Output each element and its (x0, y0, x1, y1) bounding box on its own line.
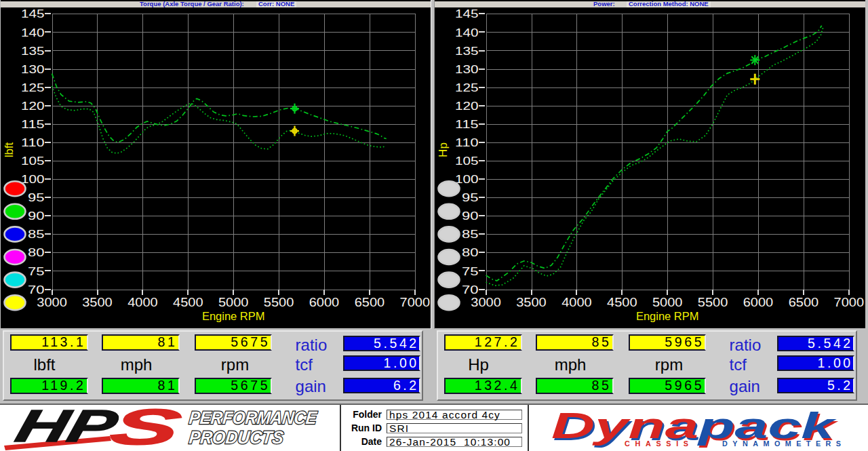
svg-text:7000: 7000 (400, 295, 431, 309)
svg-text:90: 90 (28, 210, 45, 222)
svg-text:5500: 5500 (264, 295, 294, 309)
svg-text:125: 125 (21, 81, 45, 94)
svg-text:6500: 6500 (355, 295, 385, 309)
svg-text:95: 95 (462, 191, 479, 203)
svg-text:70: 70 (28, 283, 45, 296)
svg-text:145: 145 (455, 7, 479, 20)
svg-text:3000: 3000 (471, 295, 501, 309)
svg-text:5000: 5000 (652, 295, 683, 309)
svg-text:6000: 6000 (743, 295, 774, 309)
svg-text:Engine RPM: Engine RPM (202, 310, 265, 322)
svg-text:130: 130 (455, 63, 479, 75)
svg-text:85: 85 (28, 228, 45, 240)
svg-text:4500: 4500 (173, 295, 203, 309)
svg-text:5500: 5500 (698, 295, 728, 309)
svg-text:100: 100 (21, 173, 45, 185)
svg-text:Hp: Hp (437, 142, 450, 157)
svg-text:Engine RPM: Engine RPM (636, 310, 699, 322)
svg-text:4000: 4000 (561, 295, 592, 309)
svg-text:3500: 3500 (516, 295, 547, 309)
svg-text:110: 110 (455, 136, 479, 149)
svg-text:HP: HP (11, 405, 123, 451)
svg-text:80: 80 (28, 246, 45, 258)
svg-text:135: 135 (455, 45, 479, 57)
svg-text:115: 115 (21, 118, 45, 130)
svg-text:135: 135 (21, 45, 45, 57)
svg-text:85: 85 (462, 228, 479, 240)
svg-text:125: 125 (455, 81, 479, 94)
svg-text:120: 120 (21, 100, 45, 112)
svg-text:3000: 3000 (37, 295, 67, 309)
svg-text:PRODUCTS: PRODUCTS (188, 428, 284, 448)
svg-text:105: 105 (455, 155, 479, 167)
svg-text:75: 75 (462, 265, 479, 277)
svg-text:90: 90 (462, 210, 479, 222)
svg-text:115: 115 (455, 118, 479, 130)
svg-text:7000: 7000 (834, 295, 865, 309)
svg-text:4000: 4000 (127, 295, 158, 309)
svg-text:80: 80 (462, 246, 479, 258)
svg-text:PERFORMANCE: PERFORMANCE (188, 408, 318, 428)
svg-text:120: 120 (455, 100, 479, 112)
svg-text:6500: 6500 (789, 295, 819, 309)
svg-text:70: 70 (462, 283, 479, 296)
svg-text:140: 140 (455, 26, 479, 39)
svg-text:130: 130 (21, 63, 45, 75)
svg-text:140: 140 (21, 26, 45, 39)
svg-text:6000: 6000 (309, 295, 340, 309)
svg-text:5000: 5000 (218, 295, 249, 309)
svg-text:3500: 3500 (82, 295, 113, 309)
svg-text:95: 95 (28, 191, 45, 203)
svg-text:105: 105 (21, 155, 45, 167)
svg-text:lbft: lbft (3, 142, 16, 157)
svg-text:110: 110 (21, 136, 45, 149)
svg-text:75: 75 (28, 265, 45, 277)
svg-text:100: 100 (455, 173, 479, 185)
svg-text:S: S (105, 405, 187, 451)
svg-text:145: 145 (21, 7, 45, 20)
svg-text:4500: 4500 (607, 295, 637, 309)
